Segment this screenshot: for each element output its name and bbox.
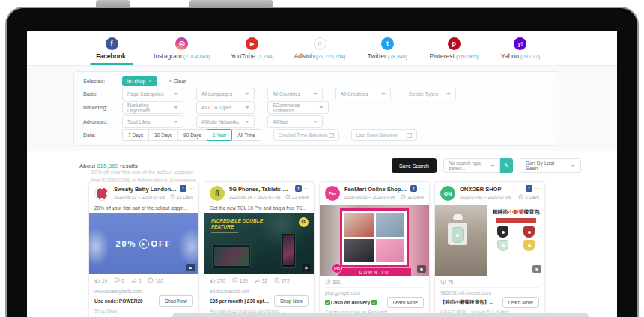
network-tabs: f Facebook ◎ Instagram(2,704,049) ▶ YouT… bbox=[27, 31, 617, 66]
creatives-select[interactable]: All Creatives bbox=[335, 88, 391, 100]
device-types-select[interactable]: Device Types bbox=[404, 88, 456, 100]
ad-domain: 986208148.onxder.com bbox=[440, 287, 539, 297]
card-menu-icon[interactable]: ··· bbox=[535, 186, 540, 191]
range-1-year[interactable]: 1 Year bbox=[207, 129, 232, 141]
check-icon: ✓ bbox=[371, 300, 377, 305]
share-icon bbox=[131, 277, 137, 283]
card-menu-icon[interactable]: ··· bbox=[189, 186, 194, 191]
calendar-icon bbox=[407, 133, 412, 138]
tab-facebook[interactable]: f Facebook bbox=[90, 31, 133, 65]
ad-creative-image[interactable]: INCREDIBLE DOUBLEFEATURE EE ⚑ bbox=[204, 213, 314, 274]
ad-creative-image[interactable]: DOWN TO $45 ⚑ bbox=[320, 205, 429, 276]
play-icon[interactable]: ▶ bbox=[139, 239, 149, 249]
creative-text: OFF bbox=[151, 239, 172, 248]
tab-label: Yahoo(28,027) bbox=[501, 52, 540, 60]
ad-stats: 19 0 0 162 bbox=[89, 274, 198, 286]
tv-graphic bbox=[212, 244, 251, 268]
cta-button[interactable]: Shop Now bbox=[274, 295, 309, 307]
bookmark-icon[interactable]: ⚑ bbox=[417, 265, 426, 273]
creative-decoration bbox=[211, 232, 238, 233]
range-7-days[interactable]: 7 Days bbox=[122, 129, 149, 141]
ad-headline: Use code: POWER20 bbox=[94, 298, 155, 304]
chevron-down-icon bbox=[245, 106, 249, 109]
creative-text: 20% bbox=[115, 239, 136, 248]
clock-icon bbox=[285, 194, 291, 199]
advertiser-avatar[interactable] bbox=[94, 186, 109, 201]
comment-icon bbox=[232, 277, 238, 283]
selected-row: Selected: in: shop × × Clear bbox=[83, 76, 550, 86]
created-time-input[interactable]: Created Time Between bbox=[273, 129, 339, 141]
bookmark-icon[interactable]: ⚑ bbox=[186, 264, 195, 271]
card-menu-icon[interactable]: ··· bbox=[419, 186, 425, 191]
time-stat: 272 bbox=[274, 277, 290, 283]
share-icon bbox=[255, 277, 261, 283]
youtube-icon: ▶ bbox=[246, 37, 258, 50]
languages-select[interactable]: All Languages bbox=[196, 88, 255, 100]
tab-twitter[interactable]: t Twitter(78,848) bbox=[365, 31, 409, 65]
card-header: 8 5G Phones, Tablets & SIMs | ... f ··· … bbox=[204, 182, 314, 205]
ad-creative-image[interactable]: 20% ▶ OFF ⚑ bbox=[89, 213, 198, 274]
ecommerce-softwares-select[interactable]: ECommerce Softwares bbox=[267, 101, 329, 114]
tab-youtube[interactable]: ▶ YouTube(1,294) bbox=[231, 31, 274, 65]
cta-types-select[interactable]: All CTA Types bbox=[196, 101, 255, 114]
range-30-days[interactable]: 30 Days bbox=[148, 129, 178, 141]
basic-label: Basic: bbox=[83, 91, 122, 97]
daisy-dot bbox=[456, 234, 459, 237]
instagram-icon: ◎ bbox=[175, 37, 188, 50]
tab-pinterest[interactable]: p Pinterest(162,665) bbox=[429, 31, 479, 65]
creative-collage bbox=[340, 208, 409, 267]
chevron-down-icon bbox=[571, 165, 575, 167]
marketing-objectives-select[interactable]: Marketing Objectives bbox=[122, 101, 183, 114]
card-menu-icon[interactable]: ··· bbox=[304, 186, 309, 191]
tab-label: Pinterest(162,665) bbox=[429, 52, 479, 60]
range-all-time[interactable]: All Time bbox=[231, 129, 261, 141]
chip-close-icon[interactable]: × bbox=[149, 79, 152, 84]
bookmark-icon[interactable]: ⚑ bbox=[302, 264, 311, 271]
ad-duration: 5 Days bbox=[518, 194, 539, 199]
ad-creative-image[interactable]: 超時尚小雛菊後背包 ⚑ bbox=[435, 205, 544, 276]
advertiser-avatar[interactable]: ON bbox=[440, 186, 455, 201]
tab-instagram[interactable]: ◎ Instagram(2,704,049) bbox=[154, 31, 210, 65]
cta-button[interactable]: Shop Now bbox=[159, 295, 193, 307]
card-header: Sweaty Betty London | Wom... f ··· 2020-… bbox=[89, 182, 198, 205]
save-search-button[interactable]: Save Search bbox=[392, 158, 437, 173]
date-row: Date: 7 Days 30 Days 90 Days 1 Year All … bbox=[83, 129, 550, 141]
countries-select[interactable]: All Countries bbox=[267, 88, 323, 100]
bookmark-icon[interactable]: ⚑ bbox=[532, 265, 541, 273]
saved-search-select[interactable]: No search type saved... bbox=[443, 158, 500, 173]
ad-domain: ad.doubleclick.net bbox=[210, 286, 309, 295]
ad-headline: ✓Cash on delivery ✓ Days fr... bbox=[325, 300, 383, 306]
chevron-down-icon bbox=[313, 93, 318, 95]
cta-button[interactable]: Learn More bbox=[387, 297, 424, 308]
clock-icon bbox=[148, 277, 154, 283]
tab-yahoo[interactable]: y! Yahoo(28,027) bbox=[499, 31, 542, 65]
marketing-label: Marketing: bbox=[83, 105, 122, 110]
clear-filters-link[interactable]: × Clear bbox=[169, 79, 186, 84]
range-90-days[interactable]: 90 Days bbox=[177, 129, 207, 141]
advertiser-avatar[interactable]: 8 bbox=[210, 186, 225, 201]
ad-duration: 23 Days bbox=[285, 194, 309, 199]
selected-chip[interactable]: in: shop × bbox=[122, 76, 157, 86]
clock-icon bbox=[440, 279, 446, 285]
affiliate-select[interactable]: Affiliate bbox=[267, 115, 323, 128]
edit-saved-search-button[interactable]: ✎ bbox=[500, 158, 513, 173]
comment-icon bbox=[114, 277, 120, 283]
affiliate-networks-select[interactable]: Affiliate Networks bbox=[196, 115, 255, 128]
marketing-row: Marketing: Marketing Objectives All CTA … bbox=[83, 101, 550, 114]
ad-body-text: 20% off your first pair of the sellout l… bbox=[89, 205, 198, 213]
advertiser-avatar[interactable]: Fan bbox=[325, 186, 340, 201]
sort-select[interactable]: Sort By Last Seen bbox=[520, 158, 581, 173]
tab-label: Twitter(78,848) bbox=[368, 52, 407, 60]
model-photo bbox=[435, 205, 487, 276]
page-categories-select[interactable]: Page Categories bbox=[122, 88, 183, 100]
card-header: ON ONXDER SHOP f ··· 2020-07-02 ~ 2020-0… bbox=[435, 182, 544, 205]
cta-button[interactable]: Learn More bbox=[502, 297, 539, 308]
creative-banner-text: DOWN TO bbox=[338, 268, 411, 276]
facebook-badge-icon: f bbox=[410, 185, 417, 192]
check-icon: ✓ bbox=[325, 300, 330, 305]
tab-admob[interactable]: ∩ AdMob(22,723,764) bbox=[294, 31, 346, 65]
chevron-down-icon bbox=[313, 121, 318, 123]
twitter-icon: t bbox=[381, 37, 394, 50]
last-seen-input[interactable]: Last Seen Between bbox=[351, 129, 417, 141]
total-likes-select[interactable]: Total Likes bbox=[122, 115, 183, 128]
